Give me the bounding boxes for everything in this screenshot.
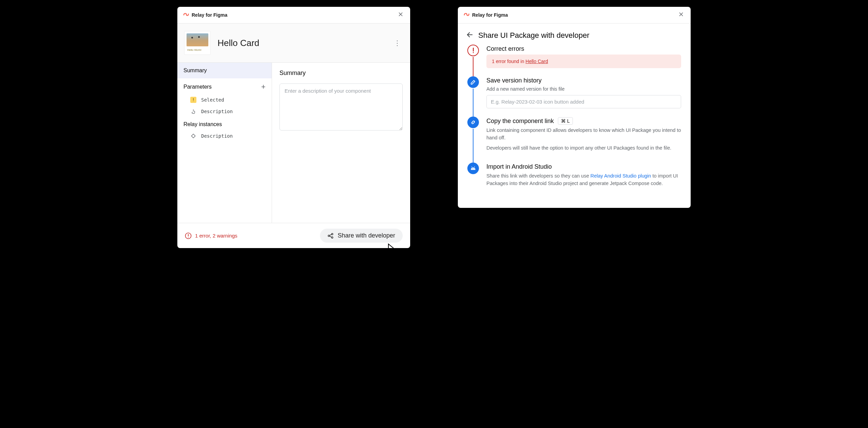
cursor-icon <box>387 243 397 248</box>
diamond-icon <box>190 133 196 139</box>
svg-rect-0 <box>191 134 195 138</box>
tap-icon <box>190 108 196 114</box>
titlebar: Relay for Figma <box>177 7 410 24</box>
component-header: Hello World Hello Card ⋮ <box>177 24 410 63</box>
app-title: Relay for Figma <box>192 12 227 18</box>
svg-rect-3 <box>188 237 189 238</box>
component-title: Hello Card <box>218 38 259 48</box>
add-parameter-icon[interactable]: + <box>261 82 266 91</box>
share-button-label: Share with developer <box>338 232 395 239</box>
plugin-link[interactable]: Relay Android Studio plugin <box>590 173 651 179</box>
step-title: Correct errors <box>486 45 681 52</box>
step-copy-link: Copy the component link ⌘ L Link contain… <box>467 117 681 163</box>
svg-point-5 <box>328 235 329 236</box>
back-icon[interactable] <box>466 31 473 40</box>
step-paragraph: Link containing component ID allows deve… <box>486 127 681 142</box>
relay-logo-icon <box>183 12 189 18</box>
error-banner-link[interactable]: Hello Card <box>526 59 548 64</box>
link-icon <box>467 117 479 128</box>
error-status[interactable]: 1 error, 2 warnings <box>185 232 237 239</box>
share-with-developer-button[interactable]: Share with developer <box>320 229 403 243</box>
step-title: Save version history <box>486 77 681 84</box>
keyboard-shortcut: ⌘ L <box>558 117 573 125</box>
main-heading: Summary <box>279 70 403 77</box>
version-name-input[interactable] <box>486 95 681 108</box>
instance-label: Description <box>201 133 233 139</box>
relay-logo-icon <box>463 12 469 18</box>
description-input[interactable] <box>279 83 403 131</box>
svg-point-10 <box>474 168 475 169</box>
instance-description[interactable]: Description <box>177 130 272 142</box>
error-icon <box>467 45 479 56</box>
share-package-window: Relay for Figma Share UI Package with de… <box>458 7 691 208</box>
step-paragraph: Developers will still have the option to… <box>486 144 681 152</box>
param-label: Description <box>201 109 233 114</box>
step-correct-errors: Correct errors 1 error found in Hello Ca… <box>467 45 681 76</box>
relay-instances-section: Relay instances <box>177 117 272 130</box>
page-header: Share UI Package with developer <box>458 24 691 45</box>
titlebar: Relay for Figma <box>458 7 691 24</box>
footer-bar: 1 error, 2 warnings Share with developer <box>177 223 410 248</box>
relay-editor-window: Relay for Figma Hello World Hello Card ⋮… <box>177 7 410 248</box>
sidebar: Summary Parameters + ! Selected Descript… <box>177 63 272 223</box>
parameters-section: Parameters + <box>177 78 272 94</box>
error-text: 1 error, 2 warnings <box>195 233 237 239</box>
param-description[interactable]: Description <box>177 106 272 117</box>
svg-rect-2 <box>188 234 189 236</box>
step-title: Copy the component link <box>486 118 554 125</box>
app-title: Relay for Figma <box>472 12 508 18</box>
param-label: Selected <box>201 97 224 103</box>
main-panel: Summary <box>272 63 410 223</box>
error-banner[interactable]: 1 error found in Hello Card <box>486 55 681 68</box>
step-import-android: Import in Android Studio Share this link… <box>467 163 681 198</box>
svg-rect-7 <box>473 48 474 51</box>
svg-rect-8 <box>473 52 474 53</box>
tab-summary[interactable]: Summary <box>177 63 272 78</box>
close-icon[interactable] <box>397 10 405 20</box>
pencil-icon <box>467 76 479 88</box>
thumbnail-caption: Hello World <box>187 48 201 51</box>
step-title: Import in Android Studio <box>486 163 681 170</box>
svg-point-4 <box>332 233 333 234</box>
step-subtitle: Add a new named version for this file <box>486 86 681 92</box>
parameters-label: Parameters <box>183 84 212 90</box>
svg-point-6 <box>332 236 333 238</box>
close-icon[interactable] <box>677 10 685 20</box>
relay-instances-label: Relay instances <box>183 121 222 127</box>
svg-point-9 <box>472 168 473 169</box>
more-menu-icon[interactable]: ⋮ <box>391 37 403 48</box>
step-save-version: Save version history Add a new named ver… <box>467 76 681 117</box>
android-icon <box>467 163 479 174</box>
page-title: Share UI Package with developer <box>478 31 590 40</box>
warning-icon: ! <box>190 97 196 103</box>
param-selected[interactable]: ! Selected <box>177 94 272 106</box>
step-paragraph: Share this link with developers so they … <box>486 172 681 187</box>
error-banner-text: 1 error found in <box>492 59 526 64</box>
steps-list: Correct errors 1 error found in Hello Ca… <box>458 45 691 208</box>
component-thumbnail: Hello World <box>184 31 211 55</box>
